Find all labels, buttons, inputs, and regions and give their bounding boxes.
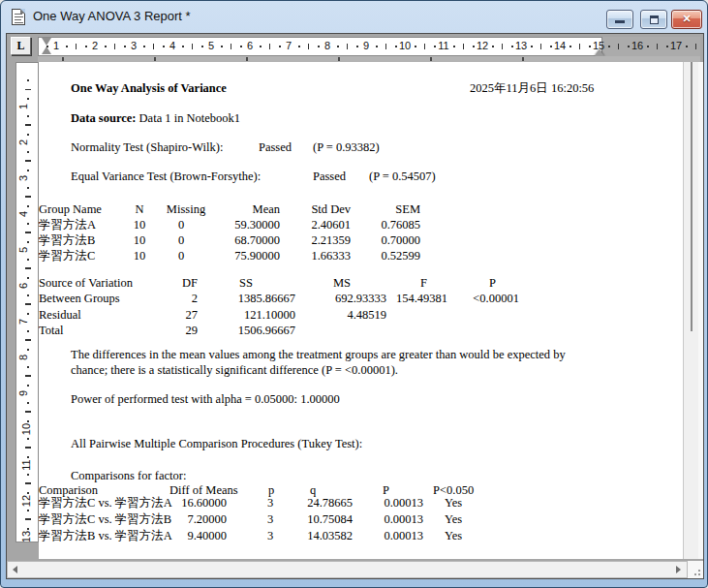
table-cell: P: [489, 276, 496, 291]
ruler-tick: [76, 44, 77, 49]
table-cell: 7.20000: [144, 512, 227, 527]
table-cell: 学習方法B: [39, 233, 95, 248]
table-cell: Yes: [424, 496, 482, 511]
table-cell: Mean: [202, 202, 280, 217]
ruler-tick: [201, 46, 203, 47]
normality-p-value: (P = 0.93382): [313, 140, 380, 155]
normality-label: Normality Test (Shapiro-Wilk):: [71, 140, 223, 155]
table-cell: 2: [154, 292, 198, 306]
horizontal-scrollbar[interactable]: [7, 561, 688, 578]
ruler-tick: [221, 46, 223, 47]
table-cell: Residual: [39, 308, 81, 323]
close-button[interactable]: ✕: [671, 10, 702, 29]
table-cell: 1385.86667: [203, 292, 295, 306]
table-cell: 0.00013: [341, 496, 423, 511]
table-cell: Total: [39, 324, 64, 338]
table-cell: 75.90000: [202, 249, 280, 263]
report-title: One Way Analysis of Variance: [71, 81, 227, 96]
ruler-tick: [569, 46, 571, 47]
ruler-tick: [492, 46, 494, 47]
resize-grip[interactable]: [688, 561, 703, 578]
tab-stop-mark: [522, 57, 524, 61]
ruler-tick: [666, 46, 668, 47]
table-cell: F: [420, 276, 427, 291]
ruler-tick: [27, 98, 29, 100]
scroll-left-icon: [13, 566, 17, 573]
ruler-tick: [376, 46, 378, 47]
table-cell: 2.40601: [283, 218, 351, 232]
vertical-scrollbar-thumb[interactable]: [691, 62, 693, 331]
table-cell: DF: [182, 276, 198, 291]
ruler-tick: [27, 385, 29, 387]
ruler-tick: [27, 187, 29, 189]
ruler-tick: [395, 46, 397, 47]
scroll-right-button[interactable]: [670, 562, 687, 577]
ruler-number: 6: [17, 283, 29, 289]
window-title: One Way ANOVA 3 Report *: [33, 9, 191, 23]
ruler-tick: [550, 46, 552, 47]
ruler-tick: [337, 46, 339, 47]
restore-button[interactable]: [640, 10, 667, 29]
ruler-tick: [27, 259, 29, 261]
table-cell: 16.60000: [144, 496, 227, 511]
vertical-ruler: 12345678910111213: [15, 62, 39, 542]
ruler-tick: [647, 46, 649, 47]
table-cell: 0.52599: [353, 249, 420, 263]
ruler-tick: [25, 161, 31, 162]
table-cell: 0.70000: [353, 233, 420, 248]
significance-text-line2: chance; there is a statistically signifi…: [71, 363, 398, 378]
ruler-tick: [318, 46, 320, 47]
ruler-tick: [27, 277, 29, 279]
power-text: Power of performed test with alpha = 0.0…: [71, 392, 340, 407]
table-cell: 68.70000: [202, 233, 280, 248]
report-timestamp: 2025年11月6日 16:20:56: [470, 81, 594, 96]
ruler-number: 11: [20, 459, 32, 470]
ruler-number: 8: [17, 355, 29, 360]
ruler-number: 8: [324, 40, 330, 51]
ruler-tick: [686, 46, 688, 47]
ruler-number: 2: [17, 139, 29, 145]
ruler-tick: [27, 510, 29, 511]
table-cell: SEM: [353, 202, 420, 217]
table-cell: 4.48519: [294, 308, 386, 323]
ruler-number: 14: [554, 40, 566, 51]
ruler-number: 2: [92, 40, 98, 51]
report-page[interactable]: One Way Analysis of Variance 2025年11月6日 …: [39, 62, 683, 559]
ruler-tick: [502, 44, 503, 49]
report-document-icon: [12, 9, 25, 25]
ruler-number: 9: [17, 390, 29, 396]
data-source-line: Data source: Data 1 in Notebook1: [71, 111, 240, 126]
ruler-number: 10: [20, 423, 32, 435]
ruler-number: 1: [53, 40, 59, 51]
ruler-tick: [279, 46, 281, 47]
ruler-number: 10: [399, 40, 411, 51]
minimize-button[interactable]: [606, 10, 633, 29]
comparisons-label: Comparisons for factor:: [71, 469, 186, 483]
ruler-tick: [424, 44, 425, 49]
ruler-tick: [25, 197, 31, 198]
minimize-icon: [615, 20, 625, 23]
ruler-tick: [25, 232, 31, 233]
tab-type-button[interactable]: L: [11, 37, 31, 55]
ruler-number: 7: [286, 40, 292, 51]
ruler-tick: [27, 294, 29, 296]
ruler-tick: [27, 474, 29, 476]
vertical-scrollbar[interactable]: [683, 62, 698, 559]
table-cell: 59.30000: [202, 218, 280, 232]
table-cell: Group Name: [39, 202, 102, 217]
ruler-tick: [589, 46, 591, 47]
tab-stop-mark: [430, 57, 432, 61]
ruler-tick: [657, 44, 658, 49]
ruler-tick: [415, 46, 416, 47]
ruler-tick: [25, 519, 31, 520]
ruler-tick: [356, 46, 358, 47]
scroll-left-button[interactable]: [8, 562, 24, 577]
table-cell: Std Dev: [283, 202, 351, 217]
data-source-value: Data 1 in Notebook1: [139, 111, 241, 125]
ruler-tick: [192, 44, 193, 49]
bottom-filler: [7, 578, 703, 579]
table-cell: Source of Variation: [39, 276, 133, 291]
ruler-tick: [540, 44, 541, 49]
ruler-tick: [25, 340, 31, 341]
title-bar[interactable]: One Way ANOVA 3 Report * ✕: [1, 1, 707, 33]
